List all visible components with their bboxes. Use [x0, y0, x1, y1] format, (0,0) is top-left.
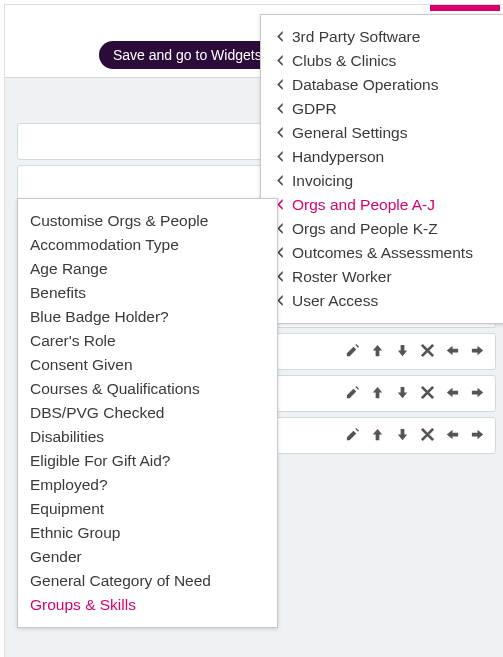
field-item-8[interactable]: DBS/PVG Checked: [30, 401, 265, 425]
row-toolbar: [345, 427, 485, 445]
category-item-9[interactable]: Outcomes & Assessments: [275, 241, 503, 265]
category-item-label: GDPR: [292, 100, 337, 118]
field-item-label: Accommodation Type: [30, 236, 179, 254]
field-item-label: Employed?: [30, 476, 108, 494]
category-item-2[interactable]: Database Operations: [275, 73, 503, 97]
field-item-label: Benefits: [30, 284, 86, 302]
chevron-left-icon: [275, 76, 290, 94]
left-icon[interactable]: [445, 385, 460, 403]
chevron-left-icon: [275, 100, 290, 118]
category-item-label: General Settings: [292, 124, 407, 142]
up-icon[interactable]: [370, 385, 385, 403]
edit-icon[interactable]: [345, 343, 360, 361]
category-item-label: User Access: [292, 292, 378, 310]
accent-tab: [430, 5, 500, 11]
field-item-label: Gender: [30, 548, 82, 566]
field-item-12[interactable]: Equipment: [30, 497, 265, 521]
left-icon[interactable]: [445, 343, 460, 361]
field-item-11[interactable]: Employed?: [30, 473, 265, 497]
delete-icon[interactable]: [420, 427, 435, 445]
category-menu[interactable]: 3rd Party SoftwareClubs & ClinicsDatabas…: [260, 14, 503, 324]
chevron-left-icon: [275, 172, 290, 190]
up-icon[interactable]: [370, 427, 385, 445]
field-item-14[interactable]: Gender: [30, 545, 265, 569]
edit-icon[interactable]: [345, 427, 360, 445]
chevron-left-icon: [275, 124, 290, 142]
field-item-4[interactable]: Blue Badge Holder?: [30, 305, 265, 329]
category-item-11[interactable]: User Access: [275, 289, 503, 313]
field-item-5[interactable]: Carer's Role: [30, 329, 265, 353]
category-item-8[interactable]: Orgs and People K-Z: [275, 217, 503, 241]
delete-icon[interactable]: [420, 385, 435, 403]
category-item-label: Orgs and People K-Z: [292, 220, 438, 238]
chevron-left-icon: [275, 148, 290, 166]
field-item-2[interactable]: Age Range: [30, 257, 265, 281]
category-item-5[interactable]: Handyperson: [275, 145, 503, 169]
field-item-label: Courses & Qualifications: [30, 380, 200, 398]
left-icon[interactable]: [445, 427, 460, 445]
field-item-label: Equipment: [30, 500, 104, 518]
down-icon[interactable]: [395, 343, 410, 361]
category-item-label: 3rd Party Software: [292, 28, 420, 46]
category-item-4[interactable]: General Settings: [275, 121, 503, 145]
field-item-1[interactable]: Accommodation Type: [30, 233, 265, 257]
save-go-widgets-button[interactable]: Save and go to Widgets: [99, 41, 276, 69]
field-item-label: Customise Orgs & People: [30, 212, 208, 230]
field-item-label: Carer's Role: [30, 332, 116, 350]
field-item-label: Ethnic Group: [30, 524, 120, 542]
field-item-9[interactable]: Disabilities: [30, 425, 265, 449]
field-item-label: Consent Given: [30, 356, 133, 374]
category-item-label: Outcomes & Assessments: [292, 244, 473, 262]
row-toolbar: [345, 385, 485, 403]
right-icon[interactable]: [470, 385, 485, 403]
field-item-10[interactable]: Eligible For Gift Aid?: [30, 449, 265, 473]
category-item-label: Clubs & Clinics: [292, 52, 396, 70]
field-item-3[interactable]: Benefits: [30, 281, 265, 305]
down-icon[interactable]: [395, 427, 410, 445]
category-item-0[interactable]: 3rd Party Software: [275, 25, 503, 49]
category-item-6[interactable]: Invoicing: [275, 169, 503, 193]
category-item-label: Database Operations: [292, 76, 438, 94]
edit-icon[interactable]: [345, 385, 360, 403]
field-item-label: DBS/PVG Checked: [30, 404, 164, 422]
right-icon[interactable]: [470, 427, 485, 445]
field-item-7[interactable]: Courses & Qualifications: [30, 377, 265, 401]
chevron-left-icon: [275, 52, 290, 70]
row-toolbar: [345, 343, 485, 361]
category-item-7[interactable]: Orgs and People A-J: [275, 193, 503, 217]
field-item-label: Disabilities: [30, 428, 104, 446]
up-icon[interactable]: [370, 343, 385, 361]
field-item-13[interactable]: Ethnic Group: [30, 521, 265, 545]
chevron-left-icon: [275, 28, 290, 46]
field-item-15[interactable]: General Category of Need: [30, 569, 265, 593]
field-item-label: General Category of Need: [30, 572, 211, 590]
category-item-3[interactable]: GDPR: [275, 97, 503, 121]
field-item-label: Eligible For Gift Aid?: [30, 452, 170, 470]
field-item-label: Age Range: [30, 260, 108, 278]
down-icon[interactable]: [395, 385, 410, 403]
field-submenu[interactable]: Customise Orgs & PeopleAccommodation Typ…: [17, 198, 278, 628]
field-item-16[interactable]: Groups & Skills: [30, 593, 265, 617]
right-icon[interactable]: [470, 343, 485, 361]
field-item-6[interactable]: Consent Given: [30, 353, 265, 377]
delete-icon[interactable]: [420, 343, 435, 361]
category-item-label: Orgs and People A-J: [292, 196, 435, 214]
category-item-label: Invoicing: [292, 172, 353, 190]
category-item-label: Roster Worker: [292, 268, 392, 286]
field-item-label: Groups & Skills: [30, 596, 136, 614]
category-item-1[interactable]: Clubs & Clinics: [275, 49, 503, 73]
category-item-10[interactable]: Roster Worker: [275, 265, 503, 289]
category-item-label: Handyperson: [292, 148, 384, 166]
field-item-label: Blue Badge Holder?: [30, 308, 169, 326]
field-item-0[interactable]: Customise Orgs & People: [30, 209, 265, 233]
